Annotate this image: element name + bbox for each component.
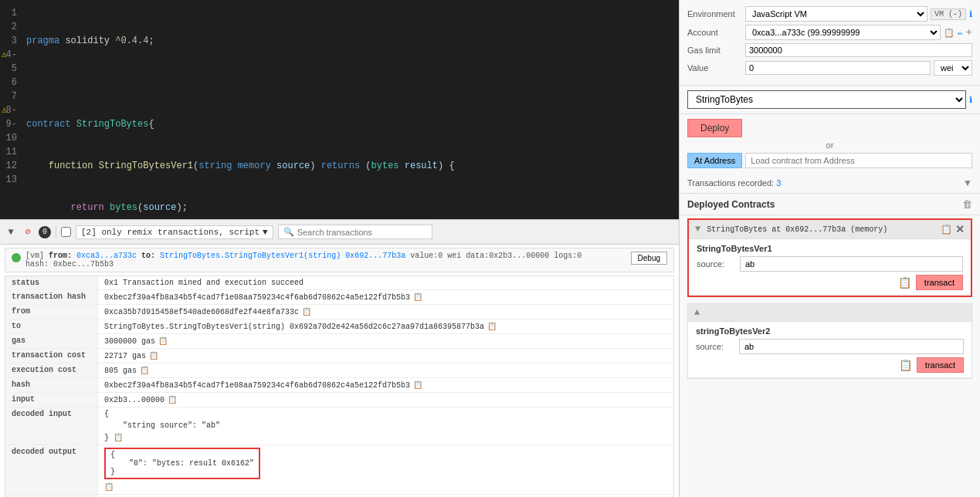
deployed-contracts-title: Deployed Contracts xyxy=(687,199,775,210)
func2-source-row: source: xyxy=(696,339,964,354)
copy-input-icon[interactable]: 📋 xyxy=(168,395,177,404)
value-status: 0x1 Transaction mined and execution succ… xyxy=(98,276,310,289)
search-transactions-field[interactable]: 🔍 xyxy=(278,225,432,239)
tx-status-dot xyxy=(12,253,21,262)
account-edit-icon[interactable]: ✏ xyxy=(958,28,963,38)
deploy-section: Deploy or At Address xyxy=(680,114,980,173)
filter-dropdown[interactable]: [2] only remix transactions, script ▼ xyxy=(76,225,273,239)
tx-hash-label: hash: xyxy=(25,260,49,269)
at-address-button[interactable]: At Address xyxy=(687,153,742,168)
tx-from-value: 0xca3...a733c xyxy=(76,252,141,260)
tx-logs-value: logs:0 xyxy=(554,252,582,260)
line-numbers: 1 2 3 ⚠4- 5 6 7 ⚠8- 9- 10 11 12 13 xyxy=(0,0,23,219)
func1-action-row: 📋 transact xyxy=(697,275,963,290)
copy-tx-cost-icon[interactable]: 📋 xyxy=(149,351,158,360)
contract-instance-1-name: StringToBytes at 0x692...77b3a (memory) xyxy=(707,225,934,234)
copy-to-icon[interactable]: 📋 xyxy=(487,322,497,331)
func2-transact-btn[interactable]: transact xyxy=(917,357,964,373)
value-decoded-input: { "string source": "ab" } 📋 xyxy=(98,407,226,445)
contract-instance-1-copy-btn[interactable]: 📋 xyxy=(941,224,952,235)
copy-exec-cost-icon[interactable]: 📋 xyxy=(140,366,149,375)
copy-gas-icon[interactable]: 📋 xyxy=(158,336,168,346)
deploy-button[interactable]: Deploy xyxy=(687,119,742,137)
bottom-toolbar: ▼ ⊘ 0 [2] only remix transactions, scrip… xyxy=(0,220,679,245)
contract-instance-2-expand[interactable]: ▲ xyxy=(694,307,700,318)
func1-clipboard-btn[interactable]: 📋 xyxy=(898,275,911,290)
copy-hash-icon[interactable]: 📋 xyxy=(413,380,422,390)
function-StringToBytesVer1: StringToBytesVer1 source: 📋 transact xyxy=(689,239,971,296)
value-input[interactable] xyxy=(745,61,931,75)
copy-decoded-output-icon[interactable]: 📋 xyxy=(104,482,114,492)
func2-name: stringToBytesVer2 xyxy=(696,326,964,336)
account-row: Account 0xca3...a733c (99.99999999 📋 ✏ + xyxy=(687,25,972,40)
value-label: Value xyxy=(687,63,745,73)
contract-instance-1-close-btn[interactable]: ✕ xyxy=(955,223,965,235)
func2-clipboard-btn[interactable]: 📋 xyxy=(899,357,912,373)
environment-value: JavaScript VM VM (-) ℹ xyxy=(745,6,972,22)
tx-count-badge: 0 xyxy=(39,226,51,238)
environment-info-icon[interactable]: ℹ xyxy=(969,9,972,19)
table-row-from: from 0xca35b7d915458ef540ade6068dfe2f44e… xyxy=(5,305,673,320)
value-hash: 0xbec2f39a4fb8a34b5f4cad7f1e08aa759234c4… xyxy=(98,378,429,392)
label-tx-hash: transaction hash xyxy=(5,290,98,304)
label-hash: hash xyxy=(5,378,98,392)
func1-transact-btn[interactable]: transact xyxy=(916,275,963,290)
filter-dropdown-arrow: ▼ xyxy=(263,228,268,237)
tx-recorded-text: Transactions recorded: xyxy=(687,178,774,188)
func2-source-input[interactable] xyxy=(739,339,964,354)
bottom-panel: ▼ ⊘ 0 [2] only remix transactions, scrip… xyxy=(0,219,679,497)
filter-dropdown-label: [2] only remix transactions, script xyxy=(81,228,259,237)
filter-checkbox[interactable] xyxy=(61,227,71,237)
func1-source-input[interactable] xyxy=(740,256,963,272)
environment-section: Environment JavaScript VM VM (-) ℹ Accou… xyxy=(680,0,980,86)
label-status: status xyxy=(5,276,98,289)
search-transactions-input[interactable] xyxy=(297,228,427,237)
copy-from-icon[interactable]: 📋 xyxy=(302,307,311,316)
value-from: 0xca35b7d915458ef540ade6068dfe2f44e8fa73… xyxy=(98,305,317,319)
account-label: Account xyxy=(687,28,745,37)
debug-button[interactable]: Debug xyxy=(631,252,667,265)
stop-icon[interactable]: ⊘ xyxy=(22,226,34,238)
transaction-details-scroll: status 0x1 Transaction mined and executi… xyxy=(0,276,679,497)
table-row-hash: hash 0xbec2f39a4fb8a34b5f4cad7f1e08aa759… xyxy=(5,378,673,393)
table-row-input: input 0x2b3...00000 📋 xyxy=(5,393,673,407)
copy-decoded-input-icon[interactable]: 📋 xyxy=(114,434,123,442)
arrow-down-icon[interactable]: ▼ xyxy=(5,226,17,238)
tx-hash-value: 0xbec...7b5b3 xyxy=(53,260,114,269)
contract-instance-2: ▲ stringToBytesVer2 source: 📋 transact xyxy=(687,303,972,379)
value-input-area: wei xyxy=(745,60,972,76)
tx-to-label: to: xyxy=(141,252,155,260)
code-content: pragma solidity ^0.4.4; contract StringT… xyxy=(23,0,679,219)
gas-limit-input[interactable] xyxy=(745,43,972,57)
value-row: Value wei xyxy=(687,60,972,76)
deployed-contracts-trash-icon[interactable]: 🗑 xyxy=(962,198,972,210)
func2-source-label: source: xyxy=(696,342,734,351)
editor-panel: 1 2 3 ⚠4- 5 6 7 ⚠8- 9- 10 11 12 13 pragm… xyxy=(0,0,679,497)
account-select[interactable]: 0xca3...a733c (99.99999999 xyxy=(745,25,941,40)
contract-info-icon[interactable]: ℹ xyxy=(969,95,972,105)
account-copy-icon[interactable]: 📋 xyxy=(944,28,955,38)
table-row-decoded-input: decoded input { "string source": "ab" } … xyxy=(5,407,673,445)
environment-select[interactable]: JavaScript VM xyxy=(745,6,927,22)
table-row-tx-cost: transaction cost 22717 gas 📋 xyxy=(5,349,673,363)
value-input: 0x2b3...00000 📋 xyxy=(98,393,183,407)
tx-to-value: StringToBytes.StringToBytesVer1(string) … xyxy=(160,252,410,260)
vm-badge: VM (-) xyxy=(931,8,966,20)
contract-selector[interactable]: StringToBytes xyxy=(687,90,966,109)
label-to: to xyxy=(5,320,98,333)
right-panel: Environment JavaScript VM VM (-) ℹ Accou… xyxy=(679,0,980,497)
func1-source-label: source: xyxy=(697,259,735,269)
search-icon: 🔍 xyxy=(283,227,294,237)
at-address-input[interactable] xyxy=(745,153,972,168)
copy-tx-hash-icon[interactable]: 📋 xyxy=(413,292,422,302)
value-unit-select[interactable]: wei xyxy=(934,60,972,76)
func1-source-row: source: xyxy=(697,256,963,272)
func2-action-row: 📋 transact xyxy=(696,357,964,373)
contract-instance-1-expand[interactable]: ▼ xyxy=(695,224,700,235)
at-address-row: At Address xyxy=(687,153,972,168)
transactions-recorded-chevron[interactable]: ▼ xyxy=(963,178,972,188)
table-row-decoded-output: decoded output { "0": "bytes: result 0x6… xyxy=(5,445,673,495)
tx-from-label: [vm] xyxy=(25,252,49,260)
account-plus-icon[interactable]: + xyxy=(966,26,972,39)
transactions-recorded-section: Transactions recorded: 3 ▼ xyxy=(680,173,980,194)
